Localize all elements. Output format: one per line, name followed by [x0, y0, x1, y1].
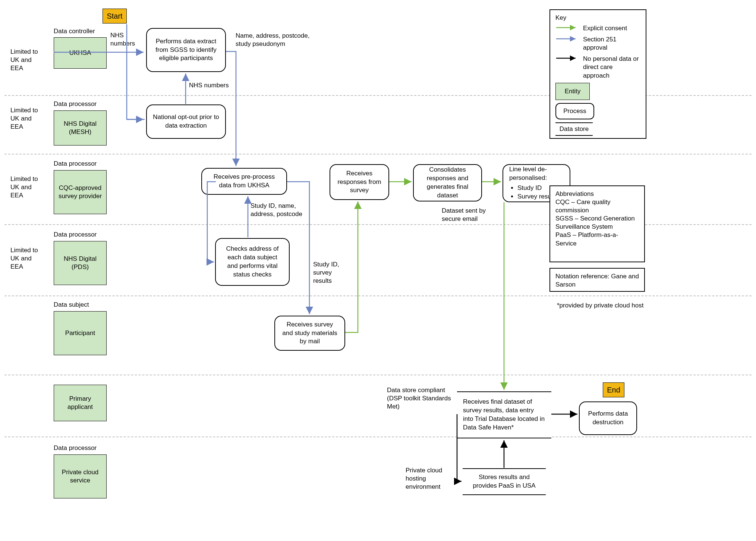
- flow-label-dsp: Data store compliant (DSP toolkit Standa…: [387, 386, 452, 411]
- arrow-icon: [555, 25, 579, 30]
- process-data-destruction: Performs data destruction: [579, 401, 637, 435]
- process-receive-preprocess: Receives pre-process data from UKHSA: [201, 168, 287, 195]
- role-label: Data processor: [54, 231, 97, 239]
- entity-nhs-digital-pds: NHS Digital (PDS): [54, 241, 107, 285]
- process-consolidate: Consolidates responses and generates fin…: [413, 164, 482, 201]
- constraint-label: Limited to UK and EEA: [10, 246, 40, 271]
- role-label: Data processor: [54, 444, 97, 452]
- role-label: Data subject: [54, 301, 89, 309]
- key-datastore-swatch: Data store: [555, 122, 593, 136]
- role-label: Data processor: [54, 160, 97, 168]
- key-entity-swatch: Entity: [555, 83, 590, 100]
- process-label: Line level de-personalised:: [509, 166, 547, 181]
- asterisk-note: *provided by private cloud host: [557, 301, 643, 310]
- process-sgss-extract: Performs data extract from SGSS to ident…: [146, 28, 226, 72]
- key-legend: Key Explicit consent Section 251 approva…: [549, 9, 646, 139]
- role-label: Data controller: [54, 27, 95, 35]
- entity-cqc-survey-provider: CQC-approved survey provider: [54, 170, 107, 214]
- process-national-opt-out: National opt-out prior to data extractio…: [146, 104, 226, 139]
- key-label: Section 251 approval: [583, 35, 640, 52]
- flow-label-dataset-sent: Dataset sent by secure email: [442, 207, 492, 223]
- datastore-paas: Stores results and provides PaaS in USA: [463, 468, 546, 495]
- datastore-trial-database: Receives final dataset of survey results…: [457, 391, 551, 438]
- entity-ukhsa: UKHSA: [54, 37, 107, 69]
- lane-divider: [4, 295, 752, 296]
- lane-divider: [4, 154, 752, 154]
- constraint-label: Limited to UK and EEA: [10, 106, 40, 131]
- diagram-canvas: Start End Limited to UK and EEA Data con…: [0, 0, 756, 541]
- entity-participant: Participant: [54, 311, 107, 355]
- key-label: Explicit consent: [583, 24, 627, 32]
- constraint-label: Limited to UK and EEA: [10, 48, 40, 72]
- constraint-label: Limited to UK and EEA: [10, 175, 40, 200]
- start-tag: Start: [103, 9, 127, 24]
- key-process-swatch: Process: [555, 103, 594, 119]
- flow-label-name-address: Name, address, postcode, study pseudonym: [236, 32, 321, 48]
- arrow-icon: [555, 56, 579, 61]
- key-title: Key: [555, 14, 640, 22]
- lane-divider: [4, 437, 752, 437]
- process-receive-responses: Receives responses from survey: [330, 164, 389, 200]
- lane-divider: [4, 375, 752, 375]
- flow-label-study-id-results: Study ID, survey results: [313, 260, 347, 285]
- end-tag: End: [603, 382, 624, 397]
- flow-label-study-id-name: Study ID, name, address, postcode: [251, 202, 303, 218]
- arrow-icon: [555, 36, 579, 41]
- process-receive-survey-materials: Receives survey and study materials by m…: [274, 316, 345, 351]
- flow-label-nhs-numbers: NHS numbers: [110, 31, 144, 48]
- entity-nhs-digital-mesh: NHS Digital (MESH): [54, 110, 107, 146]
- entity-primary-applicant: Primary applicant: [54, 385, 107, 421]
- flow-label-nhs-numbers-return: NHS numbers: [189, 81, 229, 90]
- process-check-address: Checks address of each data subject and …: [215, 238, 290, 286]
- notation-box: Notation reference: Gane and Sarson: [549, 268, 645, 292]
- key-label: No personal data or direct care approach: [583, 55, 639, 79]
- abbreviations-box: Abbreviations CQC – Care quality commiss…: [549, 185, 645, 262]
- entity-private-cloud-service: Private cloud service: [54, 454, 107, 498]
- flow-label-cloud-env: Private cloud hosting environment: [406, 466, 454, 491]
- role-label: Data processor: [54, 100, 97, 108]
